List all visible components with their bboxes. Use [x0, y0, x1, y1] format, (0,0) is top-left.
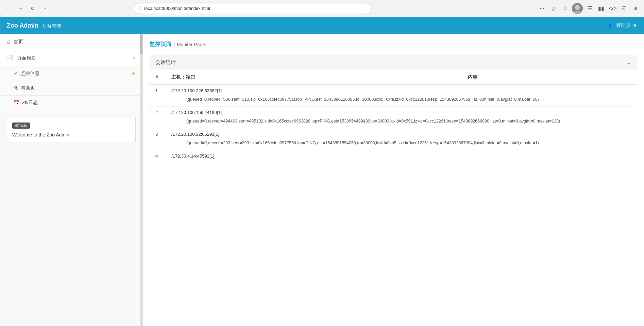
star-icon: ★ [131, 71, 136, 76]
check-icon: ✓ [14, 71, 18, 76]
address-bar[interactable]: ⓘ localhost:9000/moniter/index.html [134, 3, 372, 14]
info-icon: ⓘ [138, 5, 142, 11]
sidebar-item-page-modules[interactable]: 📄 页面模块 > [0, 50, 142, 66]
col-content: 内容 [462, 70, 637, 85]
col-num: # [150, 70, 166, 85]
app-header: Zoo Admin 后台管理 👥 管理员 ▼ [0, 17, 644, 34]
session-panel: 会话统计 ⌄ # 主机：端口 内容 1 /172.20.100.226:6368… [150, 55, 637, 165]
breadcrumb-active[interactable]: 监控页面 [150, 41, 171, 48]
scrollbar-thumb[interactable] [140, 34, 142, 54]
shield-icon[interactable]: 🛡 [620, 4, 629, 13]
sidebar-item-help-page[interactable]: ⚗ 帮助页 [0, 81, 142, 96]
row-num: 3 [150, 128, 166, 138]
wiki-welcome-text: Welcome to the Zoo Admin [12, 132, 130, 137]
admin-users-icon: 👥 [608, 23, 614, 28]
row-host: /172.30.4.14:45592[1] [166, 150, 637, 160]
page-modules-icon: 📄 [7, 55, 14, 61]
calendar-icon: 📅 [14, 100, 19, 105]
panel-header: 会话统计 ⌄ [150, 55, 637, 70]
row-num: 4 [150, 150, 166, 160]
breadcrumb-separator: / [173, 42, 175, 47]
menu-dots-button[interactable]: ··· [537, 4, 547, 13]
tag-icon: 🏷 [15, 123, 19, 128]
admin-label: 管理员 [616, 22, 630, 29]
row-detail: (queued=0,recved=494463,sent=495102,sid=… [166, 116, 637, 128]
row-host: /172.20.100.226:63682[1] [166, 85, 637, 95]
sidebar-scrollbar[interactable] [140, 34, 142, 326]
home-icon: ⌂ [7, 39, 10, 45]
session-table: # 主机：端口 内容 1 /172.20.100.226:63682[1] (q… [150, 70, 637, 165]
table-row: 1 /172.20.100.226:63682[1] [150, 85, 637, 95]
home-button[interactable]: ⌂ [40, 4, 50, 13]
url-text: localhost:9000/moniter/index.html [144, 6, 210, 11]
sidebar-page-modules-label: 页面模块 [17, 55, 36, 61]
sidebar: ⌂ 首页 📄 页面模块 > ✓ 监控信息 ★ ⚗ 帮助页 📅 ZK日志 � [0, 34, 143, 326]
avatar [572, 3, 583, 14]
app-subtitle: 后台管理 [42, 23, 61, 29]
svg-point-1 [575, 5, 580, 10]
zk-log-label: ZK日志 [22, 100, 38, 106]
wiki-tag: 🏷 wiki [12, 123, 30, 129]
devtools-icon[interactable]: </> [608, 4, 617, 13]
content-area: 监控页面 / Moniter Page 会话统计 ⌄ # 主机：端口 内容 [143, 34, 644, 326]
row-num: 2 [150, 107, 166, 117]
panel-title: 会话统计 [155, 59, 176, 66]
hamburger-icon[interactable]: ≡ [631, 4, 641, 13]
help-page-label: 帮助页 [21, 85, 35, 91]
table-row: 2 /172.20.100.156:44199[1] [150, 107, 637, 117]
forward-button[interactable]: → [16, 4, 25, 13]
browser-right-icons: ··· ◇ ☆ ☰ ▮▮ </> 🛡 ≡ [537, 3, 641, 14]
sidebar-item-zk-log[interactable]: 📅 ZK日志 [0, 96, 142, 110]
col-host-port: 主机：端口 [166, 70, 462, 85]
table-row: 3 /172.20.100.32:65291[1] [150, 128, 637, 138]
row-detail: (queued=0,recved=293,sent=293,sid=0x165c… [166, 138, 637, 150]
admin-menu[interactable]: 👥 管理员 ▼ [608, 22, 637, 29]
reader-icon[interactable]: ▮▮ [596, 4, 606, 13]
table-row-detail: (queued=0,recved=494463,sent=495102,sid=… [150, 116, 637, 128]
table-row-detail: (queued=0,recved=293,sent=293,sid=0x165c… [150, 138, 637, 150]
breadcrumb: 监控页面 / Moniter Page [150, 41, 637, 48]
pocket-icon[interactable]: ◇ [549, 4, 558, 13]
admin-dropdown-icon: ▼ [632, 23, 637, 28]
puzzle-icon: ⚗ [14, 85, 18, 91]
sidebar-home-label: 首页 [14, 39, 23, 45]
refresh-button[interactable]: ↻ [28, 4, 37, 13]
main-layout: ⌂ 首页 📄 页面模块 > ✓ 监控信息 ★ ⚗ 帮助页 📅 ZK日志 � [0, 34, 644, 326]
wiki-tag-label: wiki [20, 123, 27, 128]
row-detail: (queued=0,recved=506,sent=510,sid=0x165c… [166, 95, 637, 107]
table-row: 4 /172.30.4.14:45592[1] [150, 150, 637, 160]
breadcrumb-current: Moniter Page [177, 42, 205, 47]
bookmark-icon[interactable]: ☆ [560, 4, 570, 13]
page-modules-arrow: > [133, 55, 136, 61]
collapse-button[interactable]: ⌄ [627, 59, 631, 66]
row-num: 1 [150, 85, 166, 95]
sidebar-item-monitor-info[interactable]: ✓ 监控信息 ★ [0, 66, 142, 81]
row-host: /172.20.100.32:65291[1] [166, 128, 637, 138]
app-title: Zoo Admin 后台管理 [7, 22, 61, 29]
browser-chrome: ← → ↻ ⌂ ⓘ localhost:9000/moniter/index.h… [0, 0, 644, 17]
monitor-info-label: 监控信息 [20, 70, 39, 77]
extensions-icon[interactable]: ☰ [585, 4, 594, 13]
wiki-box: 🏷 wiki Welcome to the Zoo Admin [7, 117, 136, 143]
app-title-text: Zoo Admin [7, 22, 38, 29]
table-row-detail [150, 160, 637, 165]
back-button[interactable]: ← [3, 4, 13, 13]
sidebar-item-home[interactable]: ⌂ 首页 [0, 34, 142, 50]
table-row-detail: (queued=0,recved=506,sent=510,sid=0x165c… [150, 95, 637, 107]
row-host: /172.20.100.156:44199[1] [166, 107, 637, 117]
